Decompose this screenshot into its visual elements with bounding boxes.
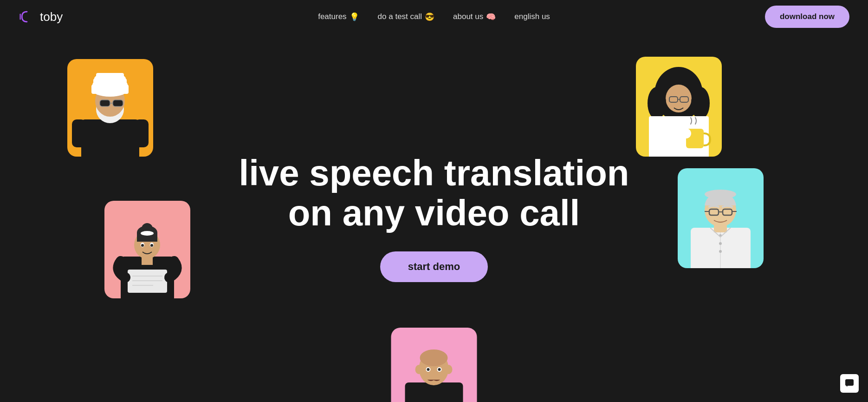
svg-rect-25	[128, 270, 167, 293]
test-call-emoji: 😎	[425, 12, 434, 22]
svg-point-19	[141, 231, 154, 236]
svg-rect-12	[72, 119, 86, 147]
nav-english-us[interactable]: english us	[514, 12, 550, 21]
about-us-emoji: 🧠	[486, 12, 496, 22]
svg-rect-8	[96, 73, 124, 81]
svg-point-42	[719, 242, 722, 245]
nav-features[interactable]: features 💡	[318, 12, 359, 22]
logo[interactable]: toby	[19, 8, 63, 25]
hero-section: live speech translation on any video cal…	[0, 33, 868, 402]
nav-test-call[interactable]: do a test call 😎	[378, 12, 434, 22]
svg-point-22	[141, 244, 144, 247]
turbaned-man-illustration	[67, 59, 153, 157]
svg-rect-0	[81, 119, 139, 157]
girl-reading-illustration	[104, 201, 190, 298]
navbar: toby features 💡 do a test call 😎 about u…	[0, 0, 868, 33]
svg-rect-13	[135, 119, 149, 147]
svg-point-56	[445, 365, 453, 374]
svg-rect-10	[113, 100, 123, 106]
chat-icon-svg	[844, 378, 855, 389]
svg-rect-51	[714, 224, 727, 232]
svg-point-55	[415, 365, 423, 374]
svg-rect-52	[405, 382, 463, 402]
card-hijab-woman	[636, 57, 722, 157]
nav-links: features 💡 do a test call 😎 about us 🧠 e…	[318, 12, 550, 22]
nav-about-us[interactable]: about us 🧠	[453, 12, 496, 22]
logo-icon	[19, 8, 35, 25]
svg-rect-24	[142, 257, 153, 265]
svg-rect-34	[649, 116, 709, 125]
svg-point-45	[705, 190, 736, 199]
bald-man-illustration	[391, 328, 477, 402]
svg-point-43	[719, 250, 722, 253]
svg-point-33	[691, 87, 710, 119]
card-bald-man	[391, 328, 477, 402]
features-emoji: 💡	[350, 12, 359, 22]
old-man-illustration	[678, 168, 764, 268]
svg-rect-61	[845, 379, 854, 386]
svg-point-59	[427, 368, 430, 371]
chat-icon[interactable]	[840, 374, 859, 393]
svg-point-54	[420, 349, 448, 366]
download-now-button[interactable]: download now	[765, 6, 849, 28]
start-demo-button[interactable]: start demo	[380, 251, 488, 282]
svg-point-32	[648, 87, 666, 119]
svg-rect-9	[100, 100, 110, 106]
hijab-woman-illustration	[636, 57, 722, 157]
card-old-man	[678, 168, 764, 268]
logo-text: toby	[40, 10, 63, 24]
card-turbaned-man	[67, 59, 153, 157]
card-girl-reading	[104, 201, 190, 298]
hero-title: live speech translation on any video cal…	[239, 153, 629, 233]
svg-point-60	[438, 368, 441, 371]
svg-point-23	[150, 244, 153, 247]
